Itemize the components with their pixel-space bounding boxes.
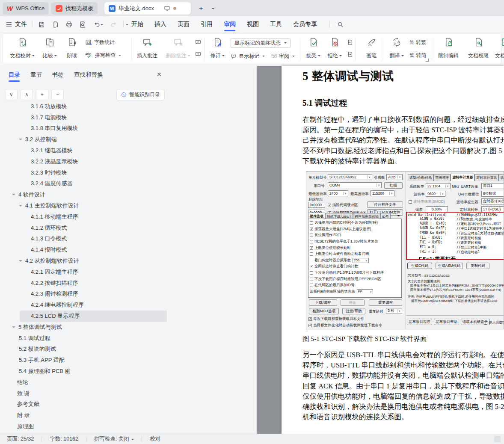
search-icon[interactable] [335,19,346,30]
toc-item[interactable]: 5.1 调试过程 [3,333,167,344]
smart-toc-button[interactable]: 智能识别目录 [116,89,165,101]
proofread-button[interactable]: 校对 [150,435,160,443]
show-markup-button[interactable]: 显示标记 [231,53,265,60]
save-button[interactable] [36,19,47,30]
menu-item-8[interactable]: 会员专享 [288,16,323,33]
sidebar-tab-4[interactable]: 查找和替换 [69,66,108,84]
close-icon[interactable]: ✕ [157,71,162,78]
sidebar-tab-1[interactable]: 目录 [3,66,25,84]
toc-item[interactable]: 5.2 模块的测试 [3,344,167,355]
doc-proof-button[interactable]: a 文档校对 [7,36,37,62]
toc-item[interactable]: 附 录 [3,410,167,421]
group-expand-icon[interactable] [426,59,429,62]
toc-zoom-in-button[interactable]: + [36,89,48,100]
track-changes-button[interactable]: 修订 [207,36,228,62]
toc-item[interactable]: 3.2 从控制端 [3,134,167,145]
toc-item[interactable]: 4.1.1 移动端主程序 [3,211,167,222]
menu-item-4[interactable]: 引用 [195,16,218,33]
toc-collapse-arrow-icon[interactable] [19,139,22,142]
insert-comment-button[interactable]: 插入批注 [134,36,160,62]
toc-collapse-arrow-icon[interactable] [12,194,15,197]
menu-item-5[interactable]: 审阅 [218,16,241,33]
view-mode-icon[interactable] [494,436,501,442]
spell-check-button[interactable]: ABC 拼写检查 [85,52,121,59]
markup-state-select[interactable]: 显示标记的最终状态 [231,38,291,48]
compare-button[interactable]: 比较 [39,36,60,62]
menu-item-2[interactable]: 插入 [149,16,172,33]
menu-item-6[interactable]: 视图 [241,16,264,33]
toc-item[interactable]: 3.2.3 时钟模块 [3,167,167,178]
menu-item-1[interactable]: 开始 [126,16,149,33]
doc-finalize-button[interactable]: 文档定稿 [492,36,504,62]
export-pdf-button[interactable] [50,19,61,30]
next-change-button[interactable] [346,51,353,58]
sidebar-tab-3[interactable]: 书签 [47,66,69,84]
toc-expand-all-button[interactable]: ∧ [21,89,33,100]
accept-changes-button[interactable]: 接受 [303,36,323,62]
doc-permission-button[interactable]: 文档权限 [464,36,492,62]
toc-item[interactable]: 4.2 从控制端软件设计 [3,255,167,266]
new-tab-button[interactable]: + [196,3,206,14]
translate-button[interactable]: A文 翻译 [385,36,408,62]
redo-button[interactable] [108,19,119,30]
toc-item[interactable]: 3.1.8 串口复用模块 [3,123,167,134]
toc-collapse-arrow-icon[interactable] [12,326,15,330]
file-menu[interactable]: 文件 [6,16,27,33]
monitor-icon[interactable] [164,5,170,12]
toc-item[interactable]: 致 谢 [3,388,167,399]
toc-item[interactable]: 4.2.2 按键扫描程序 [3,278,167,289]
toc-collapse-arrow-icon[interactable] [19,260,22,263]
delete-comment-button[interactable]: 删除批注 [162,36,194,62]
print-preview-button[interactable] [77,19,88,30]
next-comment-button[interactable] [195,51,202,58]
print-button[interactable] [63,19,74,30]
toc-item[interactable]: 3.2.2 液晶显示模块 [3,156,167,167]
stc-uart-label: UART选择 [461,184,478,189]
reject-changes-button[interactable]: 拒绝 [325,36,344,62]
toc-item[interactable]: 结论 [3,377,167,388]
toc-collapse-arrow-icon[interactable] [19,205,22,208]
toc-item[interactable]: 原理图 [3,421,167,432]
toc-item[interactable]: 3.1.6 功放模块 [3,101,167,112]
previous-change-button[interactable] [346,39,353,46]
toc-item[interactable]: 4.1.4 报时模式 [3,244,167,255]
tab-list-button[interactable] [208,3,218,14]
document-page[interactable]: 5 整体调试与测试 5.1 调试过程 在制作过程中，遇到了串口接收不到数据的问题… [282,66,504,434]
undo-button[interactable] [91,19,105,30]
toc-zoom-out-button[interactable]: − [51,89,64,100]
toc-item-label: 5.3 手机 APP 适配 [19,356,65,364]
tab-document-active[interactable]: W 毕业论文.docx [104,2,191,15]
menu-item-3[interactable]: 页面 [172,16,195,33]
stc-isp-screenshot-image[interactable]: 单片机型号 STC12C5A60S2 引脚数 Auto 串口号 COM4 扫描 … [306,171,504,329]
restrict-editing-button[interactable]: 限制编辑 [434,36,462,62]
read-aloud-button[interactable]: 朗读 [62,36,82,62]
toc-item[interactable]: 5.4 原理图和 PCB 图 [3,366,167,377]
menu-item-7[interactable]: 工具 [264,16,288,33]
traditional-to-simplified-button[interactable]: 繁 转简 [409,52,426,59]
simplified-to-traditional-button[interactable]: 简 转繁 [409,39,426,46]
spell-check-status[interactable]: 拼写检查: 关闭 [94,435,134,443]
sidebar-tab-2[interactable]: 章节 [25,66,47,84]
review-button[interactable]: 审阅 [271,53,295,60]
toc-item[interactable]: 4.2.1 固定端主程序 [3,266,167,278]
tab-wps-office[interactable]: W WPS Office [3,2,49,15]
toc-item[interactable]: 参考文献 [3,399,167,410]
ink-pen-button[interactable]: 画笔 [361,36,382,62]
toc-item[interactable]: 4 软件设计 [3,189,167,200]
toc-item[interactable]: 3.2.1 继电器模块 [3,145,167,156]
toc-item[interactable]: 3.1.7 电源模块 [3,112,167,123]
toc-item[interactable]: 5 整体调试与测试 [3,322,167,333]
previous-comment-button[interactable] [195,39,202,46]
toc-item[interactable]: 4.1 主控制端软件设计 [3,200,167,211]
toc-item[interactable]: 3.2.4 温度传感器 [3,178,167,189]
toc-collapse-all-button[interactable]: ∨ [5,89,18,100]
word-count-button[interactable]: 12 字数统计 [85,39,115,46]
toc-item[interactable]: 4.1.2 循环模式 [3,222,167,234]
tab-docer-template[interactable]: 找稻壳模板 [51,2,98,15]
toc-item[interactable]: 5.3 手机 APP 适配 [3,355,167,366]
toc-item[interactable]: 4.2.3 闹钟检测程序 [3,289,167,300]
stc-freq-select: 22.1184 [426,183,451,189]
toc-item[interactable]: 4.2.4 继电器控制程序 [3,299,167,311]
toc-item[interactable]: 4.1.3 口令模式 [3,234,167,245]
toc-item[interactable]: 4.2.5 LCD 显示程序 [20,311,167,322]
